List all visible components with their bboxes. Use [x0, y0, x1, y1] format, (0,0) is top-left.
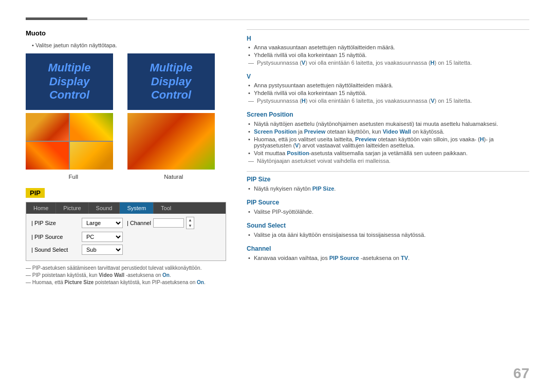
pip-row-source: | PIP Source PC HDMI DVI	[31, 232, 220, 242]
display-text-2: MultipleDisplayControl	[150, 61, 192, 102]
content-wrapper: Muoto Valitse jaetun näytön näyttötapa. …	[26, 29, 529, 287]
muoto-section: Muoto Valitse jaetun näytön näyttötapa. …	[26, 29, 226, 180]
screen-position-list: Näytä näyttöjen asettelu (näytönohjaimen…	[247, 121, 529, 164]
pip-size-bullet: Näytä nykyisen näytön PIP Size.	[247, 185, 529, 192]
page-number: 67	[513, 365, 529, 382]
sp-note: Näytönjaajan asetukset voivat vaihdella …	[247, 158, 529, 164]
pip-tab-system[interactable]: System	[120, 202, 154, 214]
pip-menu-tabs: Home Picture Sound System Tool	[26, 202, 226, 214]
pip-source-title: PIP Source	[247, 199, 529, 206]
pip-row-sound: | Sound Select Sub Main	[31, 245, 220, 255]
sound-select-section: Sound Select Valitse ja ota ääni käyttöö…	[247, 222, 529, 238]
pip-menu: Home Picture Sound System Tool | PIP Siz…	[26, 202, 226, 261]
pip-size-section: PIP Size Näytä nykyisen näytön PIP Size.	[247, 176, 529, 192]
pip-row-source-label: | PIP Source	[31, 234, 78, 240]
display-cell-4	[127, 113, 215, 170]
h-bullet-list: Anna vaakasuuntaan asetettujen näyttölai…	[247, 44, 529, 66]
pip-badge: PIP	[26, 188, 45, 198]
photo-seg-3	[26, 142, 69, 170]
photo-natural-overlay	[127, 113, 215, 170]
channel-title: Channel	[247, 245, 529, 252]
pip-source-select[interactable]: PC HDMI DVI	[82, 232, 123, 242]
display-cell-1: MultipleDisplayControl	[26, 53, 113, 110]
h-bullet-1: Anna vaakasuuntaan asetettujen näyttölai…	[247, 44, 529, 50]
display-text-1: MultipleDisplayControl	[48, 61, 90, 102]
pip-row-size: | PIP Size Large Medium Small | Channel	[31, 217, 220, 229]
mid-divider	[247, 171, 529, 172]
pip-channel-spin: ▲ ▼	[186, 217, 194, 229]
top-bar-accent	[26, 17, 87, 20]
pip-note-2: PIP poistetaan käytöstä, kun Video Wall …	[26, 272, 226, 278]
sound-select-list: Valitse ja ota ääni käyttöön ensisijaise…	[247, 232, 529, 238]
pip-row-sound-label: | Sound Select	[31, 247, 78, 253]
v-bullet-1: Anna pystysuuntaan asetettujen näyttölai…	[247, 82, 529, 88]
label-natural: Natural	[164, 174, 183, 180]
h-letter: H	[247, 35, 529, 42]
v-bullet-2: Yhdellä rivillä voi olla korkeintaan 15 …	[247, 90, 529, 96]
screen-position-title: Screen Position	[247, 111, 529, 118]
pip-notes: PIP-asetuksen säätämiseen tarvittavat pe…	[26, 265, 226, 285]
pip-note-2-on: On	[162, 272, 170, 278]
pip-note-3: Huomaa, että Picture Size poistetaan käy…	[26, 279, 226, 285]
muoto-description: Valitse jaetun näytön näyttötapa.	[26, 42, 226, 48]
sp-bullet-3: Huomaa, että jos valitset useita laittei…	[247, 136, 529, 148]
photo-grid	[26, 113, 113, 170]
label-full: Full	[69, 174, 79, 180]
pip-rows: | PIP Size Large Medium Small | Channel	[26, 214, 226, 260]
pip-channel-label: | Channel	[127, 220, 151, 226]
screen-position-section: Screen Position Näytä näyttöjen asettelu…	[247, 111, 529, 164]
display-cell-3	[26, 113, 113, 170]
pip-note-3-on: On	[197, 279, 204, 285]
right-column: H Anna vaakasuuntaan asetettujen näyttöl…	[247, 29, 529, 287]
v-letter: V	[247, 73, 529, 80]
right-separator	[247, 29, 529, 30]
pip-note-3-bold: Picture Size	[65, 279, 94, 285]
pip-channel-input[interactable]	[153, 218, 184, 228]
pip-sound-select[interactable]: Sub Main	[82, 245, 123, 255]
h-section: H Anna vaakasuuntaan asetettujen näyttöl…	[247, 35, 529, 66]
h-bullet-2: Yhdellä rivillä voi olla korkeintaan 15 …	[247, 52, 529, 58]
pip-size-select[interactable]: Large Medium Small	[82, 218, 123, 228]
display-grid: MultipleDisplayControl MultipleDisplayCo…	[26, 53, 226, 170]
label-row: Full Natural	[26, 174, 226, 180]
pip-source-list: Valitse PIP-syöttölähde.	[247, 209, 529, 215]
muoto-title: Muoto	[26, 29, 226, 37]
left-column: Muoto Valitse jaetun näytön näyttötapa. …	[26, 29, 226, 287]
pip-source-bullet: Valitse PIP-syöttölähde.	[247, 209, 529, 215]
page-container: Muoto Valitse jaetun näytön näyttötapa. …	[0, 0, 555, 392]
spin-down[interactable]: ▼	[187, 223, 194, 229]
sp-bullet-2: Screen Position ja Preview otetaan käytt…	[247, 128, 529, 135]
sp-bullet-1: Näytä näyttöjen asettelu (näytönohjaimen…	[247, 121, 529, 127]
channel-section: Channel Kanavaa voidaan vaihtaa, jos PIP…	[247, 245, 529, 261]
channel-list: Kanavaa voidaan vaihtaa, jos PIP Source …	[247, 255, 529, 261]
pip-note-2-bold: Video Wall	[99, 272, 124, 278]
channel-bullet: Kanavaa voidaan vaihtaa, jos PIP Source …	[247, 255, 529, 261]
pip-tab-picture[interactable]: Picture	[56, 202, 88, 214]
photo-seg-2	[70, 113, 113, 141]
pip-source-section: PIP Source Valitse PIP-syöttölähde.	[247, 199, 529, 215]
photo-seg-4	[70, 142, 113, 170]
top-bar	[26, 15, 529, 20]
photo-natural	[127, 113, 215, 170]
pip-tab-tool[interactable]: Tool	[154, 202, 178, 214]
pip-size-title: PIP Size	[247, 176, 529, 183]
spin-up[interactable]: ▲	[187, 217, 194, 223]
sp-bullet-4: Voit muuttaa Position-asetusta valitsema…	[247, 150, 529, 156]
photo-seg-1	[26, 113, 69, 141]
h-note: Pystysuunnassa (V) voi olla enintään 6 l…	[247, 60, 529, 66]
v-note: Pystysuunnassa (H) voi olla enintään 6 l…	[247, 98, 529, 104]
pip-section: PIP Home Picture Sound System Tool | PIP…	[26, 188, 226, 285]
v-section: V Anna pystysuuntaan asetettujen näyttöl…	[247, 73, 529, 104]
pip-tab-home[interactable]: Home	[26, 202, 56, 214]
pip-note-1: PIP-asetuksen säätämiseen tarvittavat pe…	[26, 265, 226, 271]
pip-tab-sound[interactable]: Sound	[89, 202, 120, 214]
pip-channel-group: | Channel ▲ ▼	[127, 217, 194, 229]
display-cell-2: MultipleDisplayControl	[127, 53, 215, 110]
pip-row-size-label: | PIP Size	[31, 220, 78, 226]
v-bullet-list: Anna pystysuuntaan asetettujen näyttölai…	[247, 82, 529, 104]
sound-select-bullet: Valitse ja ota ääni käyttöön ensisijaise…	[247, 232, 529, 238]
pip-size-list: Näytä nykyisen näytön PIP Size.	[247, 185, 529, 192]
sound-select-title: Sound Select	[247, 222, 529, 229]
